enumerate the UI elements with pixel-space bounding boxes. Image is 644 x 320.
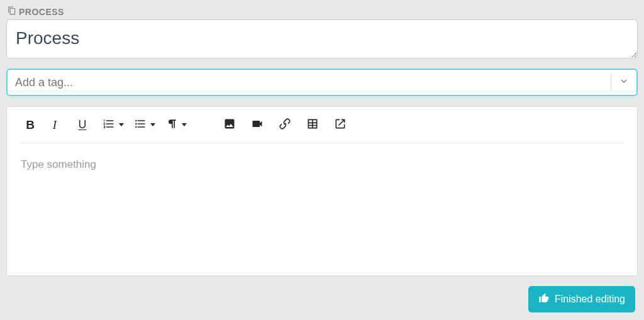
- ordered-list-icon: [103, 118, 115, 133]
- unordered-list-dropdown[interactable]: [128, 113, 159, 138]
- title-input[interactable]: [6, 19, 638, 58]
- paragraph-icon: [165, 118, 178, 133]
- chevron-down-icon: [182, 123, 187, 126]
- table-icon: [306, 118, 319, 133]
- tag-input[interactable]: [8, 70, 611, 95]
- ordered-list-dropdown[interactable]: [96, 113, 128, 138]
- finished-editing-label: Finished editing: [555, 294, 625, 305]
- thumbs-up-icon: [538, 292, 550, 306]
- image-icon: [223, 118, 236, 133]
- open-external-button[interactable]: [326, 113, 354, 138]
- editor-content[interactable]: Type something: [19, 143, 625, 263]
- external-link-icon: [334, 118, 347, 133]
- rich-text-editor: B I U: [6, 106, 638, 276]
- italic-icon: I: [53, 118, 57, 132]
- paragraph-dropdown[interactable]: [159, 113, 191, 138]
- link-icon: [279, 118, 291, 133]
- section-header: PROCESS: [8, 6, 638, 17]
- footer: Finished editing: [528, 286, 635, 312]
- video-icon: [251, 118, 264, 133]
- underline-icon: U: [79, 118, 87, 131]
- bold-button[interactable]: B: [19, 113, 41, 138]
- tags-field[interactable]: [6, 69, 638, 96]
- italic-button[interactable]: I: [41, 113, 69, 138]
- bold-icon: B: [26, 118, 35, 132]
- insert-image-button[interactable]: [216, 113, 243, 138]
- insert-link-button[interactable]: [271, 113, 299, 138]
- editor-placeholder: Type something: [21, 158, 96, 170]
- editor-toolbar: B I U: [19, 107, 625, 143]
- copy-icon: [8, 6, 16, 17]
- section-header-text: PROCESS: [19, 7, 64, 17]
- finished-editing-button[interactable]: Finished editing: [528, 286, 635, 312]
- insert-table-button[interactable]: [299, 113, 326, 138]
- tag-dropdown-toggle[interactable]: [611, 70, 636, 95]
- insert-video-button[interactable]: [243, 113, 271, 138]
- chevron-down-icon: [619, 76, 629, 89]
- chevron-down-icon: [119, 123, 124, 126]
- underline-button[interactable]: U: [69, 113, 96, 138]
- chevron-down-icon: [150, 123, 155, 126]
- unordered-list-icon: [134, 118, 147, 133]
